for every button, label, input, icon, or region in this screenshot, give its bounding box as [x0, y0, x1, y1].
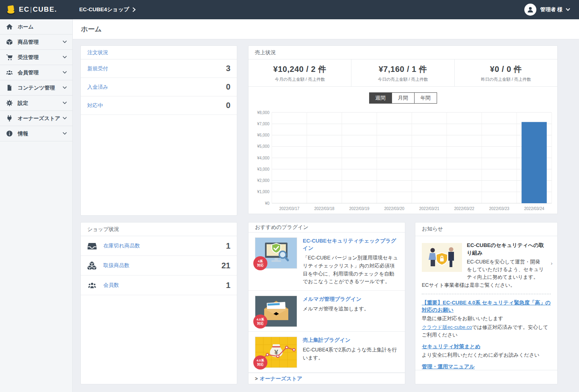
chevron-down-icon [63, 56, 67, 59]
shop-row-products: 取扱商品数 21 [81, 256, 237, 276]
shop-name-link[interactable]: EC-CUBE4ショップ [79, 6, 136, 13]
order-status-title-link[interactable]: 注文状況 [81, 46, 237, 59]
chevron-right-icon: > [255, 376, 258, 382]
plugin-thumbnail-sales-summary[interactable]: ¥ 4.0系 対応 [255, 337, 297, 368]
news-item-security-summary: セキュリティ対策まとめ より安全に利用いただくために必ずお読みください [422, 343, 551, 359]
period-monthly-button[interactable]: 月間 [392, 92, 415, 104]
sidebar-item-owners-store[interactable]: オーナーズストア [0, 111, 72, 126]
svg-text:¥7,000: ¥7,000 [257, 122, 269, 126]
stat-today: ¥7,160 / 1 件 今日の売上金額 / 売上件数 [351, 59, 454, 86]
sidebar-item-products[interactable]: 商品管理 [0, 35, 72, 50]
chevron-down-icon [566, 8, 570, 11]
stat-label: 今月の売上金額 / 売上件数 [248, 77, 351, 82]
order-in-progress-count: 0 [226, 101, 230, 110]
sidebar-item-label: 受注管理 [18, 54, 63, 61]
sidebar-item-label: 設定 [18, 100, 63, 107]
members-count-link[interactable]: 会員数 [103, 282, 119, 289]
topbar: EC|CUBE. EC-CUBE4ショップ 管理者 様 [0, 0, 579, 19]
recommended-plugins-card: おすすめのプラグイン [248, 222, 405, 384]
shop-row-members: 会員数 1 [81, 276, 237, 295]
shop-status-title: ショップ状況 [81, 223, 237, 236]
svg-text:2022/03/17: 2022/03/17 [279, 206, 299, 211]
svg-text:2022/03/18: 2022/03/18 [314, 206, 334, 211]
stat-value: ¥0 / 0 件 [455, 64, 557, 75]
users-icon [6, 69, 13, 76]
ec-cube-logo[interactable]: EC|CUBE. [0, 4, 73, 15]
shop-status-card: ショップ状況 在庫切れ商品数 1 取扱商品数 21 [80, 222, 237, 384]
plugin-thumbnail-mail-magazine[interactable]: 4.0系 対応 [255, 296, 297, 327]
out-of-stock-count: 1 [226, 241, 230, 251]
sidebar-item-label: 会員管理 [18, 69, 63, 76]
users-icon [87, 281, 98, 290]
security-initiative-image [422, 243, 462, 272]
plugin-link-security-check[interactable]: EC-CUBEセキュリティチェックプラグイン [303, 237, 398, 252]
sidebar-item-info[interactable]: 情報 [0, 126, 72, 141]
plugin-link-mail-magazine[interactable]: メルマガ管理プラグイン [303, 296, 369, 303]
news-note: 早急に修正対応をお願いいたします [422, 315, 551, 323]
sidebar-item-customers[interactable]: 会員管理 [0, 65, 72, 80]
stat-label: 今日の売上金額 / 売上件数 [351, 77, 454, 82]
order-status-row-new: 新規受付 3 [81, 59, 237, 78]
sidebar-item-settings[interactable]: 設定 [0, 96, 72, 111]
sidebar-item-label: 情報 [18, 130, 63, 137]
news-link-admin-manual[interactable]: 管理・運用マニュアル [422, 363, 551, 370]
period-yearly-button[interactable]: 年間 [414, 92, 437, 104]
sidebar-item-label: オーナーズストア [18, 115, 63, 122]
news-link-security-summary[interactable]: セキュリティ対策まとめ [422, 343, 551, 350]
news-note: クラウド版ec-cube.coでは修正対応済みです。安心してご利用ください [422, 324, 551, 339]
shop-row-out-of-stock: 在庫切れ商品数 1 [81, 236, 237, 256]
sidebar-item-label: コンテンツ管理 [18, 84, 63, 92]
plugin-item-sales-summary: ¥ 4.0系 対応 売上集計プラグイン EC-CUBE4系で2系のような売上集計… [248, 332, 405, 373]
svg-text:¥0: ¥0 [265, 201, 270, 206]
news-feature-item[interactable]: EC-CUBEのセキュリティへの取り組み EC-CUBEを安心して運営・開発をし… [422, 242, 551, 289]
news-list: EC-CUBEのセキュリティへの取り組み EC-CUBEを安心して運営・開発をし… [415, 236, 557, 370]
cloud-ec-cube-link[interactable]: クラウド版ec-cube.co [422, 325, 472, 330]
sales-stats: ¥10,240 / 2 件 今月の売上金額 / 売上件数 ¥7,160 / 1 … [248, 59, 557, 87]
chevron-down-icon [63, 86, 67, 89]
version-badge: 4.0系 対応 [253, 355, 267, 370]
page-title: ホーム [81, 24, 102, 34]
sales-bar-chart: ¥0¥1,000¥2,000¥3,000¥4,000¥5,000¥6,000¥7… [248, 106, 557, 217]
order-in-progress-link[interactable]: 対応中 [87, 102, 103, 109]
ec-cube-logo-text: EC|CUBE. [19, 6, 57, 14]
sidebar-item-contents[interactable]: コンテンツ管理 [0, 80, 72, 96]
chevron-down-icon [63, 71, 67, 74]
sidebar: ホーム 商品管理 受注管理 会員管理 コンテンツ管理 [0, 19, 73, 392]
dotted-divider [422, 294, 551, 294]
members-count: 1 [226, 281, 230, 290]
plugin-link-sales-summary[interactable]: 売上集計プラグイン [303, 337, 398, 344]
svg-text:2022/03/22: 2022/03/22 [454, 206, 474, 211]
chevron-down-icon [63, 132, 67, 135]
products-count: 21 [222, 261, 230, 270]
plug-icon [6, 115, 13, 122]
stat-label: 昨日の売上金額 / 売上件数 [455, 77, 557, 82]
chevron-right-icon: › [551, 260, 552, 266]
order-new-count: 3 [226, 64, 230, 73]
svg-text:2022/03/23: 2022/03/23 [489, 206, 509, 211]
plugin-thumbnail-security[interactable]: 4系 対応 [255, 237, 297, 269]
order-new-link[interactable]: 新規受付 [87, 65, 108, 72]
news-link-security-urgent[interactable]: 【重要】EC-CUBE 4.0系 セキュリティ緊急度「高」の対応のお願い [422, 299, 551, 314]
user-menu[interactable]: 管理者 様 [524, 4, 579, 16]
file-icon [6, 84, 13, 91]
out-of-stock-link[interactable]: 在庫切れ商品数 [103, 242, 140, 249]
order-paid-link[interactable]: 入金済み [87, 84, 108, 91]
plugins-title: おすすめのプラグイン [248, 223, 405, 233]
info-icon [6, 130, 13, 137]
period-weekly-button[interactable]: 週間 [369, 92, 392, 104]
products-count-link[interactable]: 取扱商品数 [103, 262, 129, 269]
stat-value: ¥7,160 / 1 件 [351, 64, 454, 75]
svg-text:2022/03/21: 2022/03/21 [419, 206, 439, 211]
svg-text:2022/03/19: 2022/03/19 [349, 206, 369, 211]
avatar [524, 4, 536, 16]
chevron-down-icon [63, 41, 67, 43]
sidebar-item-label: 商品管理 [18, 39, 63, 46]
chevron-right-icon [132, 7, 136, 12]
owners-store-link[interactable]: オーナーズストア [260, 375, 302, 382]
cube-icon [6, 39, 13, 45]
plugins-footer: > オーナーズストア [248, 373, 405, 384]
news-footer [415, 370, 557, 384]
sidebar-item-home[interactable]: ホーム [0, 19, 72, 35]
version-badge: 4.0系 対応 [253, 314, 267, 329]
sidebar-item-orders[interactable]: 受注管理 [0, 50, 72, 65]
